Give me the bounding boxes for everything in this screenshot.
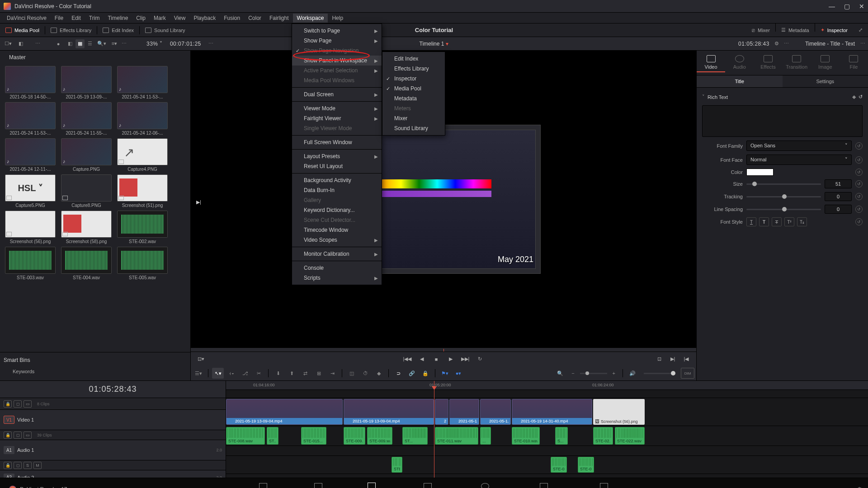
replace-button[interactable]: ⇄ <box>299 368 311 379</box>
media-thumbnail[interactable]: Screenshot (58).png <box>60 211 113 244</box>
edit-index-toggle[interactable]: Edit Index <box>97 23 139 37</box>
submenu-item[interactable]: Effects Library <box>382 64 445 74</box>
smart-bin-keywords[interactable]: Keywords <box>4 367 187 376</box>
page-fairlight[interactable]: Fairlight <box>527 481 561 488</box>
video-track-header[interactable]: V1 Video 1 <box>0 410 226 430</box>
page-color[interactable]: Color <box>471 481 500 488</box>
reset-section-button[interactable]: ↺ <box>859 94 863 100</box>
media-thumbnail[interactable]: Capture8.PNG <box>60 174 113 208</box>
volume-slider[interactable] <box>644 373 675 374</box>
menu-color[interactable]: Color <box>244 14 265 23</box>
timeline-clip[interactable]: STE-015... <box>301 427 326 445</box>
home-button[interactable]: ⌂ <box>846 486 849 488</box>
media-thumbnail[interactable]: STE-004.wav <box>60 247 113 280</box>
line-spacing-value[interactable]: 0 <box>825 205 852 214</box>
page-cut[interactable]: Cut <box>305 481 331 488</box>
timeline-clip[interactable]: STE-02... <box>593 427 613 445</box>
timeline-clip[interactable]: ST... <box>267 427 278 445</box>
auto-select-button[interactable]: ◻ <box>14 400 22 408</box>
menu-file[interactable]: File <box>51 14 67 23</box>
timeline-view-button[interactable]: ☰▾ <box>193 368 204 379</box>
media-thumbnail[interactable]: ♪2021-05-24 11-53-... <box>116 66 169 99</box>
selection-tool[interactable]: ↖▾ <box>212 368 224 379</box>
page-edit[interactable]: Edit <box>359 481 385 488</box>
submenu-item[interactable]: Metadata <box>382 94 445 103</box>
play-button[interactable]: ▶ <box>445 354 456 365</box>
dim-button[interactable]: DIM <box>681 368 694 379</box>
menu-fusion[interactable]: Fusion <box>220 14 244 23</box>
mark-out-button[interactable]: ▶| <box>196 199 201 205</box>
search-button[interactable]: 🔍▾ <box>96 38 107 49</box>
expand-inspector-button[interactable]: ⤢ <box>853 23 868 37</box>
media-thumbnail[interactable]: ♪2021-05-19 13-09-... <box>60 66 113 99</box>
menu-item[interactable]: Monitor Calibration▶ <box>292 249 382 259</box>
zoom-slider[interactable] <box>580 373 607 374</box>
media-thumbnail[interactable]: Screenshot (56).png <box>4 211 57 244</box>
menu-item[interactable]: Data Burn-In <box>292 185 382 195</box>
fit-button[interactable]: ⊞ <box>313 368 325 379</box>
menu-timeline[interactable]: Timeline <box>104 14 132 23</box>
timeline-clip[interactable]: STE-009... <box>344 427 365 445</box>
page-media[interactable]: Media <box>248 481 278 488</box>
append-button[interactable]: ⇥ <box>326 368 338 379</box>
inspector-toggle[interactable]: ✦Inspector <box>815 23 853 37</box>
prev-frame-button[interactable]: ◀ <box>416 354 427 365</box>
marker-button[interactable]: ●▾ <box>453 368 464 379</box>
trim-tool[interactable]: ⫞▾ <box>226 368 237 379</box>
menu-item[interactable]: Scripts▶ <box>292 273 382 283</box>
record-button[interactable]: ● <box>53 38 64 49</box>
more-button[interactable]: ⋯ <box>35 41 40 47</box>
smart-bins-header[interactable]: Smart Bins <box>4 357 187 363</box>
menu-item[interactable]: Fairlight Viewer▶ <box>292 113 382 123</box>
reset-button[interactable]: ↺ <box>855 169 863 176</box>
reset-button[interactable]: ↺ <box>855 180 863 188</box>
timeline-clip[interactable]: 🎬2021-05-1... <box>449 399 479 425</box>
menu-item[interactable]: Dual Screen▶ <box>292 89 382 99</box>
menu-help[interactable]: Help <box>328 14 347 23</box>
media-thumbnail[interactable]: ♪2021-05-24 12-06-... <box>116 102 169 136</box>
lock-button[interactable]: 🔒 <box>420 368 431 379</box>
audio2-track-header[interactable]: A2 Audio 2 2.0 <box>0 470 226 478</box>
menu-item[interactable]: Timecode Window <box>292 225 382 235</box>
menu-item[interactable]: Video Scopes▶ <box>292 235 382 245</box>
metadata-toggle[interactable]: ☰Metadata <box>776 23 815 37</box>
media-pool-toggle[interactable]: Media Pool <box>0 23 45 37</box>
menu-item[interactable]: Full Screen Window <box>292 137 382 147</box>
add-keyframe-icon[interactable]: ◆ <box>852 94 856 100</box>
overwrite-button[interactable]: ⬆ <box>286 368 297 379</box>
viewer-more-button[interactable]: ⋯ <box>206 38 217 49</box>
sub-tab-title[interactable]: Title <box>697 75 783 87</box>
disable-button[interactable]: ▭ <box>24 400 32 408</box>
next-frame-button[interactable]: ▶▶| <box>460 354 471 365</box>
menu-item[interactable]: Show Panel in Workspace▶ <box>292 56 382 66</box>
record-timecode[interactable]: 01:05:28:43 <box>738 41 769 47</box>
timeline-clip[interactable]: S... <box>555 427 568 445</box>
mixer-toggle[interactable]: ⎚Mixer <box>746 23 775 37</box>
transition-button[interactable]: ◫ <box>346 368 358 379</box>
reset-button[interactable]: ↺ <box>855 193 863 200</box>
menu-workspace[interactable]: Workspace <box>293 14 328 23</box>
stop-button[interactable]: ■ <box>431 354 442 365</box>
inspector-tab-video[interactable]: Video <box>697 51 725 75</box>
flag-button[interactable]: ⚑▾ <box>439 368 451 379</box>
blade-tool[interactable]: ✂ <box>253 368 264 379</box>
submenu-item[interactable]: ✓Media Pool <box>382 84 445 94</box>
menu-mark[interactable]: Mark <box>150 14 170 23</box>
menu-item[interactable]: Console <box>292 263 382 273</box>
timeline-clip[interactable]: STE-011.wav <box>435 427 478 445</box>
page-fusion[interactable]: Fusion <box>412 481 443 488</box>
reset-button[interactable]: ↺ <box>855 142 863 150</box>
thumbnail-view-button[interactable]: ▦ <box>75 39 85 48</box>
superscript-button[interactable]: T² <box>784 217 794 226</box>
menu-playback[interactable]: Playback <box>189 14 220 23</box>
zoom-plus[interactable]: + <box>613 371 615 376</box>
snap-button[interactable]: ⊃ <box>392 368 404 379</box>
bin-master[interactable]: Master <box>0 51 190 64</box>
timeline-ruler[interactable]: 01:04:16:00 01:05:20:00 01:06:24:00 <box>226 381 868 390</box>
reset-button[interactable]: ↺ <box>855 218 863 225</box>
reset-button[interactable]: ↺ <box>855 156 863 164</box>
subscript-button[interactable]: T₂ <box>797 217 807 226</box>
menu-item[interactable]: Keyword Dictionary... <box>292 205 382 215</box>
timeline-clip[interactable]: 🎬2021-05-19 13-09-04.mp4 <box>344 399 434 425</box>
lock-icon[interactable]: 🔒 <box>4 432 12 439</box>
